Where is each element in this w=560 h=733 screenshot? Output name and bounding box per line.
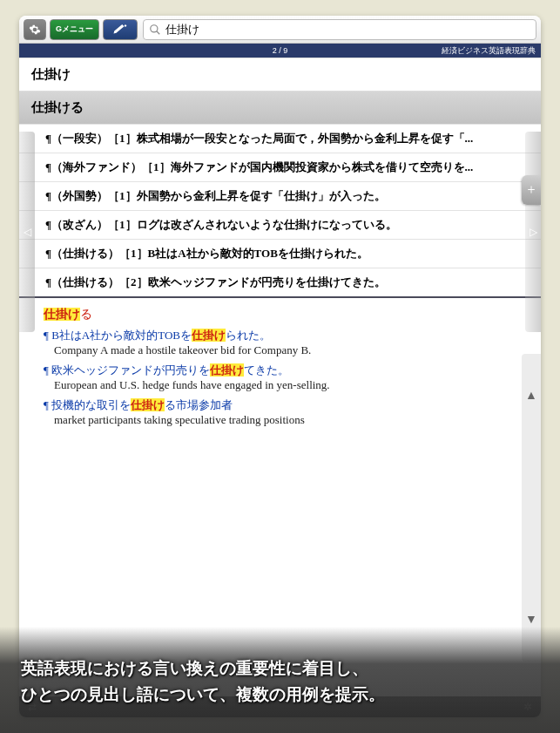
result-row[interactable]: ¶（仕掛ける）［1］B社はA社から敵対的TOBを仕掛けられた。: [19, 239, 541, 268]
sense-japanese: ¶ B社はA社から敵対的TOBを仕掛けられた。: [44, 328, 529, 343]
add-tab[interactable]: +: [522, 175, 541, 205]
sense-japanese: ¶ 欧米ヘッジファンドが円売りを仕掛けてきた。: [44, 363, 529, 378]
gear-icon: [29, 24, 41, 36]
svg-line-1: [157, 31, 160, 34]
sense-entry: ¶ B社はA社から敵対的TOBを仕掛けられた。Company A made a …: [44, 328, 529, 357]
result-position: 2 / 9: [273, 46, 288, 55]
caption-line-1: 英語表現における言い換えの重要性に着目し、: [21, 655, 539, 682]
dictionary-name: 経済ビジネス英語表現辞典: [442, 45, 536, 57]
headword-row[interactable]: 仕掛け: [19, 58, 541, 91]
toolbar: Gメニュー: [19, 16, 541, 44]
sense-entry: ¶ 投機的な取引を仕掛ける市場参加者market participants ta…: [44, 397, 529, 427]
next-page-rail[interactable]: ▷: [525, 132, 541, 332]
results-panel: 仕掛け仕掛ける ¶（一段安）［1］株式相場が一段安となった局面で，外国勢から金利…: [19, 58, 541, 298]
sense-english: market participants taking speculative t…: [54, 413, 529, 427]
headword-row[interactable]: 仕掛ける: [19, 91, 541, 124]
prev-page-rail[interactable]: ◁: [19, 132, 35, 332]
pen-button[interactable]: [103, 19, 138, 40]
result-row[interactable]: ¶（海外ファンド）［1］海外ファンドが国内機関投資家から株式を借りて空売りを..…: [19, 153, 541, 181]
sense-entry: ¶ 欧米ヘッジファンドが円売りを仕掛けてきた。European and U.S.…: [44, 363, 529, 392]
scroll-up-button[interactable]: ▲: [525, 389, 537, 403]
svg-point-0: [151, 24, 158, 31]
result-row[interactable]: ¶（改ざん）［1］ログは改ざんされないような仕掛けになっている。: [19, 210, 541, 239]
search-field[interactable]: [143, 19, 536, 40]
pen-icon: [112, 24, 128, 36]
result-row[interactable]: ¶（仕掛ける）［2］欧米ヘッジファンドが円売りを仕掛けてきた。: [19, 268, 541, 296]
sense-japanese: ¶ 投機的な取引を仕掛ける市場参加者: [44, 397, 529, 413]
content-area: 仕掛け仕掛ける ¶（一段安）［1］株式相場が一段安となった局面で，外国勢から金利…: [19, 58, 541, 696]
chevron-left-icon: ◁: [24, 226, 31, 239]
caption-line-2: ひとつの見出し語について、複数の用例を提示。: [21, 682, 539, 708]
sense-english: Company A made a hostile takeover bid fo…: [54, 343, 529, 357]
caption-overlay: 英語表現における言い換えの重要性に着目し、 ひとつの見出し語について、複数の用例…: [0, 627, 560, 733]
scroll-down-button[interactable]: ▼: [525, 613, 537, 627]
detail-headword: 仕掛ける: [44, 307, 529, 322]
plus-icon: +: [527, 182, 535, 198]
result-row[interactable]: ¶（外国勢）［1］外国勢から金利上昇を促す「仕掛け」が入った。: [19, 181, 541, 210]
sense-english: European and U.S. hedge funds have engag…: [54, 378, 529, 392]
menu-label: Gメニュー: [56, 24, 93, 35]
search-icon: [149, 24, 161, 36]
menu-button[interactable]: Gメニュー: [50, 19, 99, 40]
scroll-rail: ▲ ▼: [522, 354, 541, 662]
result-row[interactable]: ¶（一段安）［1］株式相場が一段安となった局面で，外国勢から金利上昇を促す「..…: [19, 124, 541, 153]
search-input[interactable]: [165, 23, 530, 37]
settings-button[interactable]: [24, 19, 46, 40]
app-window: Gメニュー 2 / 9 経済ビジネス英語表現辞典 仕掛け仕掛ける ¶（一段安）［…: [19, 16, 541, 717]
status-bar: 2 / 9 経済ビジネス英語表現辞典: [19, 44, 541, 58]
chevron-right-icon: ▷: [530, 226, 537, 239]
